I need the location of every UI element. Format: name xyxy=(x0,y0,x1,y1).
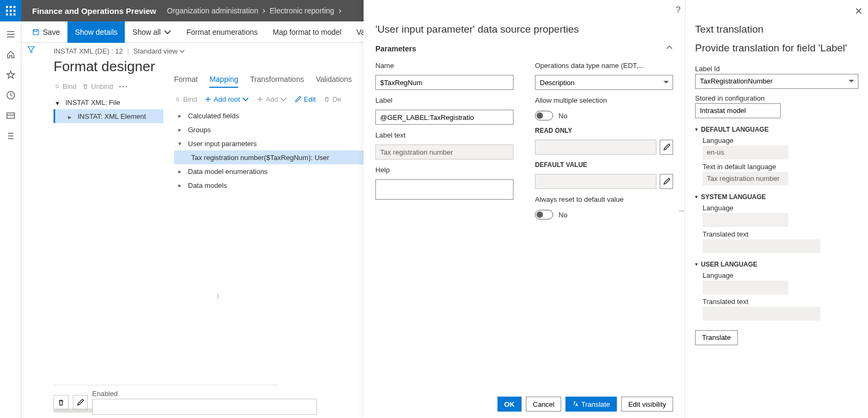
defaultvalue-label: DEFAULT VALUE xyxy=(535,161,673,169)
translate-button[interactable]: Translate xyxy=(565,397,617,412)
label-input[interactable] xyxy=(375,110,514,125)
labelid-select[interactable] xyxy=(695,74,858,89)
add-root-button[interactable]: Add root xyxy=(205,95,249,103)
breadcrumb-level2[interactable]: Electronic reporting xyxy=(270,6,335,15)
format-enumerations-button[interactable]: Format enumerations xyxy=(179,21,265,43)
unbind-button[interactable]: Unbind xyxy=(82,82,113,90)
waffle-launcher[interactable] xyxy=(0,0,21,21)
edit-visibility-label: Edit visibility xyxy=(628,400,666,408)
card-icon xyxy=(6,111,16,120)
usr-language-label: Language xyxy=(703,271,858,279)
map-tree-label: User input parameters xyxy=(188,140,257,148)
form-grid: Name Label Label text Help Operations da… xyxy=(375,59,673,219)
translate-icon xyxy=(572,401,579,407)
tree-child[interactable]: ▸ INSTAT: XML Element xyxy=(54,109,163,123)
tree-child-label: INSTAT: XML Element xyxy=(78,112,146,120)
show-all-button[interactable]: Show all xyxy=(125,21,179,43)
storedin-input[interactable] xyxy=(695,103,781,118)
section-label: USER LANGUAGE xyxy=(701,261,757,268)
list-icon xyxy=(6,131,16,141)
section-header[interactable]: Parameters xyxy=(375,44,673,53)
language-value: en-us xyxy=(703,146,788,159)
tab-mapping[interactable]: Mapping xyxy=(209,75,238,88)
svg-rect-2 xyxy=(13,6,16,8)
save-button[interactable]: Save xyxy=(25,21,67,43)
add-button[interactable]: Add xyxy=(256,95,287,103)
nav-workspaces[interactable] xyxy=(0,106,21,125)
map-tree-label: Calculated fields xyxy=(188,112,239,120)
edit-square-button[interactable] xyxy=(73,395,88,410)
view-selector[interactable]: Standard view xyxy=(133,47,185,55)
properties-panel: ? 'User input parameter' data source pro… xyxy=(364,0,685,418)
textdefault-value: Tax registration number xyxy=(703,172,788,186)
filter-button[interactable] xyxy=(27,45,35,55)
caret-icon: ▾ xyxy=(695,194,698,200)
svg-rect-0 xyxy=(6,6,8,8)
link-icon xyxy=(54,83,61,90)
plus-icon xyxy=(205,96,212,103)
more-button[interactable]: ⋯ xyxy=(118,80,129,92)
usr-language-value xyxy=(703,280,788,294)
help-field-label: Help xyxy=(375,166,514,174)
translate-action-button[interactable]: Translate xyxy=(695,330,738,345)
unbind-label: Unbind xyxy=(91,82,113,90)
delete-square-button[interactable] xyxy=(54,395,69,410)
default-language-section[interactable]: ▾ DEFAULT LANGUAGE xyxy=(695,126,858,133)
name-label: Name xyxy=(375,62,514,70)
ok-button[interactable]: OK xyxy=(497,397,522,412)
translate-btn-label: Translate xyxy=(702,333,731,341)
translation-subtitle: Provide translation for field 'Label' xyxy=(695,42,858,55)
user-language-section[interactable]: ▾ USER LANGUAGE xyxy=(695,261,858,268)
cancel-button[interactable]: Cancel xyxy=(526,397,561,412)
readonly-edit-button[interactable] xyxy=(660,140,673,155)
pencil-icon xyxy=(663,178,670,185)
splitter-handle[interactable]: ⁞ xyxy=(217,292,221,300)
nav-favorites[interactable] xyxy=(0,65,21,85)
defaultvalue-edit-button[interactable] xyxy=(660,174,673,189)
name-input[interactable] xyxy=(375,75,514,90)
textdefault-label: Text in default language xyxy=(703,163,858,171)
delete-button[interactable]: De xyxy=(323,95,342,103)
format-tree-column: Bind Unbind ⋯ ▾ INSTAT XML: File ▸ INSTA… xyxy=(43,75,163,386)
system-language-section[interactable]: ▾ SYSTEM LANGUAGE xyxy=(695,193,858,201)
usr-translated-label: Translated text xyxy=(703,298,858,306)
svg-rect-8 xyxy=(13,13,16,16)
tab-validations[interactable]: Validations xyxy=(316,75,352,88)
map-bind-button[interactable]: Bind xyxy=(174,95,197,103)
tree-root[interactable]: ▾ INSTAT XML: File xyxy=(54,95,163,109)
nav-home[interactable] xyxy=(0,45,21,64)
map-tree-label: Groups xyxy=(188,126,211,134)
help-input[interactable] xyxy=(375,179,514,200)
enabled-input[interactable] xyxy=(92,399,317,415)
tree-root-label: INSTAT XML: File xyxy=(65,98,120,107)
edit-label: Edit xyxy=(304,95,315,103)
svg-rect-7 xyxy=(10,13,12,16)
nav-hamburger[interactable] xyxy=(0,25,21,44)
edt-select[interactable] xyxy=(535,75,673,90)
breadcrumb-level1[interactable]: Organization administration xyxy=(167,6,258,15)
label-info-icon[interactable] xyxy=(508,113,510,121)
allowmulti-toggle[interactable] xyxy=(535,111,553,120)
show-details-button[interactable]: Show details xyxy=(67,21,125,43)
section-title: Parameters xyxy=(375,44,416,53)
section-label: SYSTEM LANGUAGE xyxy=(701,193,766,201)
trash-icon xyxy=(323,96,330,103)
help-button[interactable]: ? xyxy=(676,5,681,15)
star-icon xyxy=(6,70,16,80)
add-label: Add xyxy=(266,95,278,103)
map-tree-label: Data models xyxy=(188,181,227,189)
sys-language-value xyxy=(703,213,788,227)
tab-transformations[interactable]: Transformations xyxy=(250,75,304,88)
trash-icon xyxy=(57,399,65,406)
alwaysreset-toggle[interactable] xyxy=(535,210,553,219)
language-label: Language xyxy=(703,136,858,145)
nav-modules[interactable] xyxy=(0,126,21,146)
nav-recent[interactable] xyxy=(0,86,21,105)
close-button[interactable]: ✕ xyxy=(855,5,863,17)
tab-format[interactable]: Format xyxy=(174,75,198,88)
bind-button[interactable]: Bind xyxy=(54,82,77,90)
map-format-button[interactable]: Map format to model xyxy=(265,21,349,43)
format-enum-label: Format enumerations xyxy=(186,28,258,36)
edit-visibility-button[interactable]: Edit visibility xyxy=(621,397,673,412)
edit-button[interactable]: Edit xyxy=(295,95,315,103)
